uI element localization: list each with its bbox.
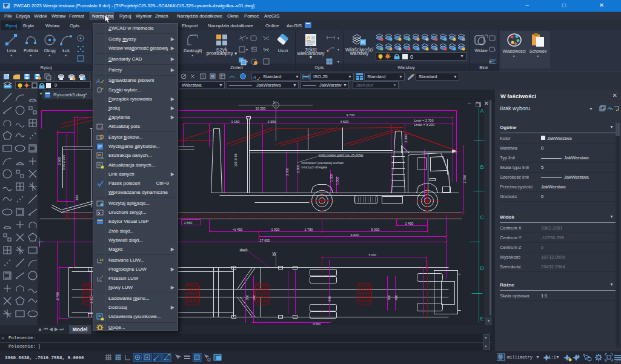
svg-text:2 600: 2 600	[296, 165, 300, 173]
svg-text:2 900: 2 900	[58, 157, 61, 165]
svg-text:4 600: 4 600	[340, 120, 349, 124]
svg-text:▾: ▾	[246, 36, 248, 40]
svg-text:14: 14	[99, 258, 104, 262]
svg-text:940: 940	[328, 296, 331, 302]
svg-text:100 X 88: 100 X 88	[234, 153, 237, 167]
svg-text:2 650: 2 650	[184, 221, 193, 225]
svg-text:▾: ▾	[337, 60, 339, 64]
svg-text:A: A	[96, 78, 100, 84]
svg-text:2 300: 2 300	[404, 134, 408, 143]
svg-text:C: C	[480, 214, 485, 220]
svg-text:1 150: 1 150	[231, 120, 240, 124]
svg-text:300: 300	[245, 295, 249, 300]
svg-text:2 450: 2 450	[56, 292, 59, 300]
svg-text:B: B	[480, 164, 484, 170]
svg-text:1 450: 1 450	[405, 222, 414, 225]
svg-text:9 400: 9 400	[351, 233, 359, 237]
svg-text:17 600: 17 600	[260, 239, 270, 242]
svg-text:E: E	[480, 316, 484, 322]
svg-text:A: A	[480, 108, 484, 114]
svg-text:1 300: 1 300	[330, 174, 333, 182]
svg-text:▾: ▾	[246, 60, 248, 64]
svg-text:2 350: 2 350	[268, 120, 276, 124]
svg-text:Rys-3 000: Rys-3 000	[62, 154, 65, 170]
svg-text:A: A	[307, 35, 311, 41]
svg-text:mroczych dźwigała: mroczych dźwigała	[302, 165, 327, 169]
svg-text:▾: ▾	[246, 48, 248, 51]
svg-text:D: D	[480, 265, 485, 271]
svg-text:Lmax = 3 200: Lmax = 3 200	[414, 123, 434, 127]
svg-text:1 920: 1 920	[271, 228, 280, 231]
svg-text:W: W	[273, 251, 277, 256]
svg-text:5 000: 5 000	[371, 228, 380, 231]
svg-text:9 700: 9 700	[347, 113, 355, 117]
svg-text:A: A	[253, 74, 256, 80]
svg-text:2 750: 2 750	[463, 175, 467, 184]
svg-text:▾: ▾	[337, 36, 339, 40]
svg-text:420: 420	[394, 295, 398, 300]
svg-text:Lmin = 2 700: Lmin = 2 700	[414, 119, 434, 122]
svg-text:śruby oceber (patrz rys. 25-32: śruby oceber (patrz rys. 25-325a)	[319, 153, 364, 157]
svg-text:1 200: 1 200	[336, 177, 339, 185]
svg-text:650: 650	[75, 194, 79, 200]
svg-text:≈1 450: ≈1 450	[233, 228, 243, 231]
svg-text:dach: dach	[240, 248, 248, 251]
svg-text:16 550: 16 550	[256, 107, 266, 110]
svg-text:3 000: 3 000	[285, 168, 289, 176]
svg-text:300: 300	[387, 295, 391, 300]
svg-text:1 780: 1 780	[305, 228, 313, 231]
svg-text:5 000: 5 000	[369, 253, 377, 257]
svg-text:▾: ▾	[337, 48, 339, 51]
svg-text:rozdzielacz (sterownik) suchał: rozdzielacz (sterownik) suchało	[302, 161, 344, 165]
